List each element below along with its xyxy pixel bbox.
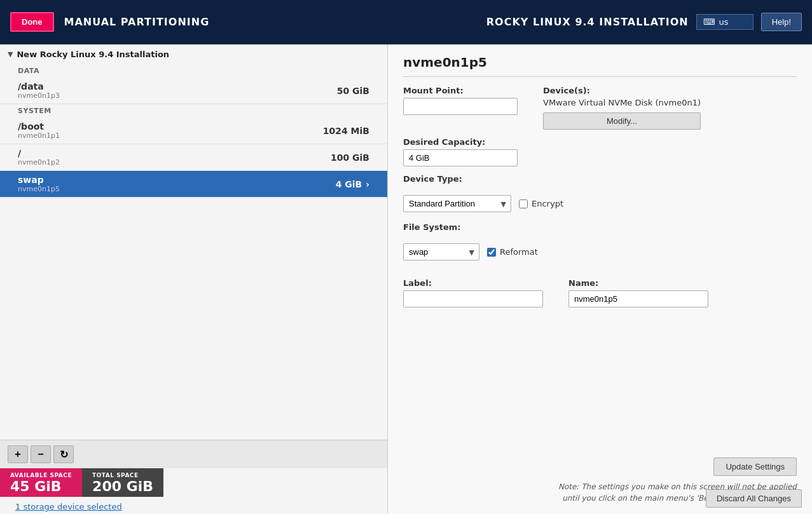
filesystem-group: File System: swap ext4 ext3 ext2 xfs vfa… <box>403 222 797 260</box>
partition-heading: nvme0n1p5 <box>403 55 797 77</box>
partition-controls: + − ↻ <box>0 440 387 468</box>
right-panel: nvme0n1p5 Mount Point: Device(s): VMware… <box>388 44 812 514</box>
device-group: Device(s): VMware Virtual NVMe Disk (nvm… <box>543 86 701 130</box>
main-content: ▼ New Rocky Linux 9.4 Installation DATA … <box>0 44 812 514</box>
total-space-value: 200 GiB <box>92 478 153 494</box>
label-input[interactable] <box>403 290 543 308</box>
partition-tree: ▼ New Rocky Linux 9.4 Installation DATA … <box>0 44 387 440</box>
device-type-group: Device Type: Standard Partition LVM LVM … <box>403 174 797 212</box>
available-space-block: AVAILABLE SPACE 45 GiB <box>0 468 82 497</box>
storage-device-link[interactable]: 1 storage device selected <box>8 499 130 514</box>
partition-info-swap: swap nvme0n1p5 <box>18 175 60 193</box>
reformat-checkbox[interactable] <box>487 248 496 257</box>
reformat-row: Reformat <box>487 247 538 257</box>
rocky-title: ROCKY LINUX 9.4 INSTALLATION <box>486 16 689 28</box>
partition-info-boot: /boot nvme0n1p1 <box>18 121 60 140</box>
partition-mount-boot: /boot <box>18 121 60 132</box>
partition-item-root[interactable]: / nvme0n1p2 100 GiB <box>0 144 387 171</box>
total-space-label: TOTAL SPACE <box>92 472 139 478</box>
desired-capacity-input[interactable] <box>403 149 518 166</box>
update-settings-button[interactable]: Update Settings <box>713 457 797 476</box>
device-type-select-wrapper: Standard Partition LVM LVM Thin Provisio… <box>403 195 511 212</box>
locale-selector[interactable]: ⌨ us <box>696 14 754 30</box>
device-name-value: VMware Virtual NVMe Disk (nvme0n1) <box>543 98 701 107</box>
partition-device-root: nvme0n1p2 <box>18 158 60 166</box>
device-type-select[interactable]: Standard Partition LVM LVM Thin Provisio… <box>403 195 511 212</box>
device-type-label: Device Type: <box>403 174 797 184</box>
name-label: Name: <box>568 278 708 288</box>
mount-point-label: Mount Point: <box>403 86 518 95</box>
available-space-label: AVAILABLE SPACE <box>10 472 72 478</box>
space-bar: AVAILABLE SPACE 45 GiB TOTAL SPACE 200 G… <box>0 468 387 497</box>
discard-all-changes-button[interactable]: Discard All Changes <box>706 489 802 508</box>
add-partition-button[interactable]: + <box>8 445 28 463</box>
locale-value: us <box>719 17 728 27</box>
modify-button[interactable]: Modify... <box>543 112 701 130</box>
left-panel: ▼ New Rocky Linux 9.4 Installation DATA … <box>0 44 388 514</box>
encrypt-label: Encrypt <box>532 199 563 208</box>
partition-item-data[interactable]: /data nvme0n1p3 50 GiB <box>0 78 387 104</box>
remove-partition-button[interactable]: − <box>31 445 51 463</box>
partition-mount-root: / <box>18 148 60 158</box>
header-right: ROCKY LINUX 9.4 INSTALLATION ⌨ us Help! <box>486 13 802 31</box>
device-type-row: Standard Partition LVM LVM Thin Provisio… <box>403 195 797 212</box>
filesystem-select[interactable]: swap ext4 ext3 ext2 xfs vfat biosboot ef… <box>403 243 479 260</box>
partition-size-swap: 4 GiB › <box>336 179 369 189</box>
label-group: Label: <box>403 278 543 308</box>
partition-device-boot: nvme0n1p1 <box>18 132 60 140</box>
partition-size-boot: 1024 MiB <box>323 126 369 136</box>
filesystem-row: swap ext4 ext3 ext2 xfs vfat biosboot ef… <box>403 243 797 260</box>
section-system-label: SYSTEM <box>0 104 387 118</box>
filesystem-label: File System: <box>403 222 797 232</box>
partition-mount-swap: swap <box>18 175 60 185</box>
filesystem-select-wrapper: swap ext4 ext3 ext2 xfs vfat biosboot ef… <box>403 243 479 260</box>
partition-device-data: nvme0n1p3 <box>18 91 60 100</box>
refresh-button[interactable]: ↻ <box>53 445 74 463</box>
mount-point-group: Mount Point: <box>403 86 518 130</box>
desired-capacity-label: Desired Capacity: <box>403 137 797 147</box>
partition-size-root: 100 GiB <box>331 152 369 163</box>
header-left: Done MANUAL PARTITIONING <box>10 12 209 32</box>
desired-capacity-group: Desired Capacity: <box>403 137 797 166</box>
partition-item-swap[interactable]: swap nvme0n1p5 4 GiB › <box>0 171 387 198</box>
encrypt-row: Encrypt <box>519 199 563 208</box>
tree-arrow-icon: ▼ <box>8 50 13 58</box>
keyboard-icon: ⌨ <box>703 17 715 27</box>
available-space-value: 45 GiB <box>10 478 62 494</box>
app-title: MANUAL PARTITIONING <box>64 16 210 28</box>
name-group: Name: <box>568 278 708 308</box>
label-label: Label: <box>403 278 543 288</box>
partition-item-boot[interactable]: /boot nvme0n1p1 1024 MiB <box>0 118 387 144</box>
partition-mount-data: /data <box>18 81 60 91</box>
help-button[interactable]: Help! <box>761 13 802 31</box>
total-space-block: TOTAL SPACE 200 GiB <box>82 468 163 497</box>
tree-root[interactable]: ▼ New Rocky Linux 9.4 Installation <box>0 44 387 64</box>
encrypt-checkbox[interactable] <box>519 200 528 208</box>
tree-root-label: New Rocky Linux 9.4 Installation <box>17 50 169 59</box>
partition-info-data: /data nvme0n1p3 <box>18 81 60 100</box>
partition-size-data: 50 GiB <box>337 86 369 96</box>
partition-info-root: / nvme0n1p2 <box>18 148 60 166</box>
partition-device-swap: nvme0n1p5 <box>18 185 60 193</box>
name-input[interactable] <box>568 290 708 308</box>
mount-point-input[interactable] <box>403 98 518 115</box>
label-name-row: Label: Name: <box>403 278 797 308</box>
chevron-right-icon: › <box>366 179 369 189</box>
header: Done MANUAL PARTITIONING ROCKY LINUX 9.4… <box>0 0 812 44</box>
device-label: Device(s): <box>543 86 701 95</box>
reformat-label: Reformat <box>500 247 538 257</box>
done-button[interactable]: Done <box>10 12 54 32</box>
section-data-label: DATA <box>0 64 387 78</box>
